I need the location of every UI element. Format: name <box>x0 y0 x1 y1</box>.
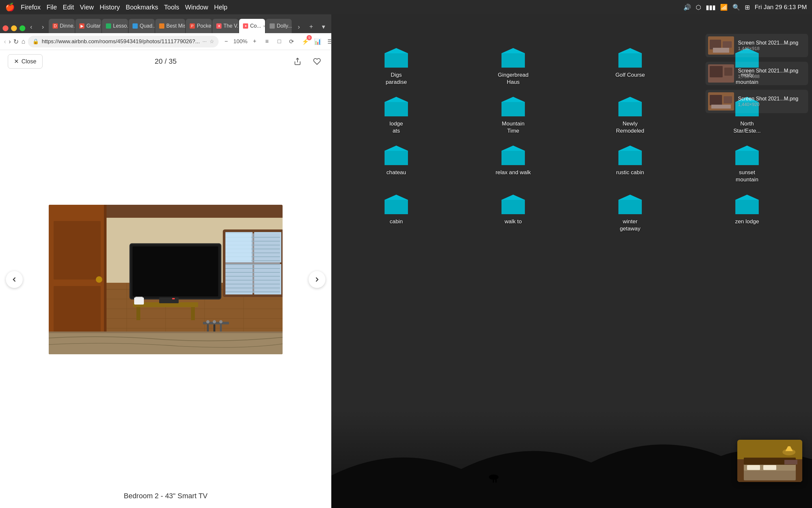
favorite-btn[interactable] <box>311 55 324 68</box>
screenshot-3[interactable]: Screen Shot 2021...M.png 1,440×920 <box>706 90 808 113</box>
svg-rect-9 <box>710 66 723 77</box>
folder-chateau[interactable]: chateau <box>341 144 451 183</box>
menu-view[interactable]: View <box>80 4 94 11</box>
extension-badge: 9 <box>306 35 312 40</box>
screenshot-1[interactable]: Screen Shot 2021...M.png 1,440×918 <box>706 34 808 57</box>
menu-tools[interactable]: Tools <box>164 4 179 11</box>
screenshot-thumb-1 <box>708 36 734 55</box>
folder-walk-to[interactable]: walk to <box>458 194 568 232</box>
tab-lesson[interactable]: Lesso... <box>102 19 128 33</box>
svg-rect-56 <box>172 298 175 299</box>
menu-file[interactable]: File <box>46 4 57 11</box>
desktop: Digsparadise Gingerbread Haus Golf Cours… <box>331 14 812 508</box>
photo-viewer: ✕ Close 20 / 35 <box>0 50 331 508</box>
tab-overflow-btn[interactable]: › <box>294 22 304 32</box>
folder-rustic-cabin[interactable]: rustic cabin <box>575 144 685 183</box>
menu-history[interactable]: History <box>100 4 120 11</box>
security-icon: 🔒 <box>33 38 39 45</box>
address-more-btn[interactable]: ··· <box>202 39 206 45</box>
nav-back-btn[interactable]: ‹ <box>4 36 6 47</box>
svg-rect-55 <box>159 297 179 303</box>
svg-rect-6 <box>723 41 732 48</box>
clock: Fri Jan 29 6:13 PM <box>755 4 807 11</box>
tab-bar: ‹ › D Dinne... ▶ Guitar Lesso... Quad...… <box>0 14 331 33</box>
zoom-out-btn[interactable]: − <box>221 36 232 47</box>
screenshot-bottom-group: Screen Shot 2021...M.png 1,440×920 <box>706 90 808 116</box>
menu-bookmarks[interactable]: Bookmarks <box>126 4 158 11</box>
reader-view-btn[interactable]: ≡ <box>262 36 272 47</box>
nav-forward-btn[interactable]: › <box>9 36 11 47</box>
folder-winter-getaway[interactable]: winter getaway <box>575 194 685 232</box>
folder-lodge-ats[interactable]: lodgeats <box>341 95 451 134</box>
folder-mountain-time[interactable]: Mountain Time <box>458 95 568 134</box>
folder-sunset-mountain[interactable]: sunset mountain <box>692 144 802 183</box>
tab-dolly[interactable]: Dolly... <box>266 19 292 33</box>
close-window-btn[interactable] <box>3 25 8 31</box>
menubar: 🍎 Firefox File Edit View History Bookmar… <box>0 0 812 14</box>
folder-zen-lodge[interactable]: zen lodge <box>692 194 802 232</box>
svg-rect-2 <box>493 479 494 483</box>
apple-menu[interactable]: 🍎 <box>5 3 15 12</box>
tab-guitar[interactable]: ▶ Guitar <box>75 19 101 33</box>
menu-window[interactable]: Window <box>185 4 208 11</box>
bookmark-btn[interactable]: ☆ <box>209 38 214 45</box>
tab-pocket[interactable]: P Pocke... <box>186 19 212 33</box>
svg-rect-58 <box>135 297 143 298</box>
sync-btn[interactable]: ⟳ <box>286 36 297 47</box>
new-tab-btn[interactable]: + <box>306 22 316 32</box>
tab-quad[interactable]: Quad... <box>129 19 155 33</box>
tab-dinner[interactable]: D Dinne... <box>49 19 75 33</box>
bluetooth-icon[interactable]: ⬡ <box>696 4 701 11</box>
svg-point-24 <box>782 449 796 455</box>
close-photo-btn[interactable]: ✕ Close <box>8 54 43 69</box>
tab-nav-arrows: ‹ › <box>26 22 48 33</box>
tab-controls: › + ▾ <box>294 22 329 33</box>
folder-gingerbread-haus[interactable]: Gingerbread Haus <box>458 47 568 86</box>
tab-best-miso[interactable]: Best Miso... <box>155 19 185 33</box>
svg-rect-57 <box>134 297 144 304</box>
browser-content: ✕ Close 20 / 35 <box>0 50 331 508</box>
tab-co-active[interactable]: ✦ Co... × <box>239 19 265 33</box>
address-bar[interactable]: 🔒 https://www.airbnb.com/rooms/45943419/… <box>28 36 218 47</box>
search-icon[interactable]: 🔍 <box>732 4 740 11</box>
photo-actions <box>291 55 324 68</box>
folder-digs-paradise[interactable]: Digsparadise <box>341 47 451 86</box>
maximize-window-btn[interactable] <box>19 25 25 31</box>
menu-help[interactable]: Help <box>214 4 227 11</box>
photo-caption: Bedroom 2 - 43" Smart TV <box>124 486 207 508</box>
wifi-icon[interactable]: 📶 <box>720 4 728 11</box>
svg-rect-10 <box>724 68 732 76</box>
nav-home-btn[interactable]: ⌂ <box>21 36 25 47</box>
folder-relax-and-walk[interactable]: relax and walk <box>458 144 568 183</box>
battery-icon: ▮▮▮ <box>706 4 716 11</box>
zoom-in-btn[interactable]: + <box>249 36 260 47</box>
folder-golf-course[interactable]: Golf Course <box>575 47 685 86</box>
next-photo-btn[interactable] <box>308 271 326 288</box>
menu-edit[interactable]: Edit <box>63 4 74 11</box>
tab-list-btn[interactable]: ▾ <box>318 22 329 32</box>
screenshot-btn[interactable]: □ <box>274 36 285 47</box>
nav-reload-btn[interactable]: ↻ <box>13 36 19 47</box>
menubar-right: 🔊 ⬡ ▮▮▮ 📶 🔍 ⊞ Fri Jan 29 6:13 PM <box>683 4 807 11</box>
share-btn[interactable] <box>291 55 304 68</box>
close-x-icon: ✕ <box>14 58 19 65</box>
minimize-window-btn[interactable] <box>11 25 17 31</box>
screenshot-2[interactable]: Screen Shot 2021...M.png 1,758×988 <box>706 62 808 85</box>
folder-newly-remodeled[interactable]: Newly Remodeled <box>575 95 685 134</box>
tab-prev-btn[interactable]: ‹ <box>26 22 36 32</box>
tab-the-v[interactable]: ✦ The V... <box>212 19 238 33</box>
svg-rect-12 <box>710 95 722 105</box>
folder-cabin[interactable]: cabin <box>341 194 451 232</box>
control-center-icon[interactable]: ⊞ <box>745 4 750 11</box>
menu-btn[interactable]: ☰ <box>325 36 335 47</box>
svg-rect-26 <box>784 460 797 464</box>
svg-rect-14 <box>711 104 731 109</box>
svg-rect-13 <box>724 96 732 103</box>
data-icon-btn[interactable]: 📊 <box>313 36 323 47</box>
bottom-thumbnail <box>737 440 802 482</box>
prev-photo-btn[interactable] <box>6 271 23 288</box>
tab-close-btn[interactable]: × <box>263 24 265 29</box>
menu-firefox[interactable]: Firefox <box>21 4 41 11</box>
volume-icon[interactable]: 🔊 <box>683 4 691 11</box>
tab-next-btn[interactable]: › <box>38 22 48 32</box>
